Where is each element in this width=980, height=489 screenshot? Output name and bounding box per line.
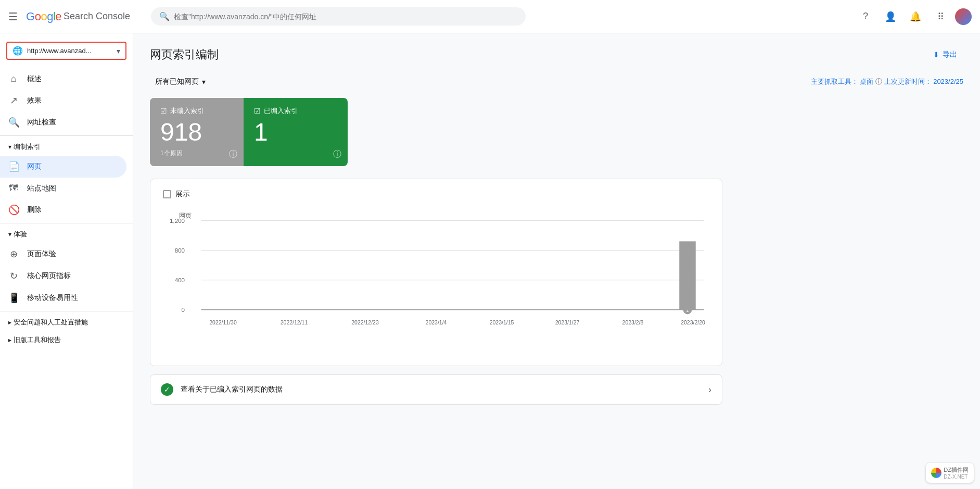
sidebar-item-page-experience-label: 页面体验 bbox=[27, 249, 56, 259]
filter-bar: 所有已知网页 ▾ 主要抓取工具： 桌面 ⓘ 上次更新时间： 2023/2/25 bbox=[150, 74, 963, 90]
svg-text:2023/1/27: 2023/1/27 bbox=[555, 319, 580, 325]
removal-icon: 🚫 bbox=[8, 204, 19, 216]
site-url: http://www.avanzad... bbox=[27, 47, 117, 55]
sidebar-item-core-vitals[interactable]: ↻ 核心网页指标 bbox=[0, 265, 126, 287]
sidebar-item-page-experience[interactable]: ⊕ 页面体验 bbox=[0, 243, 126, 265]
watermark-logo bbox=[931, 468, 941, 478]
menu-icon[interactable]: ☰ bbox=[8, 10, 18, 23]
svg-text:2023/2/8: 2023/2/8 bbox=[622, 319, 644, 325]
google-logo: Google bbox=[26, 10, 61, 23]
search-nav-icon: 🔍 bbox=[8, 117, 19, 128]
site-selector-arrow-icon: ▾ bbox=[117, 47, 120, 55]
sidebar-item-core-vitals-label: 核心网页指标 bbox=[27, 271, 71, 281]
bottom-card[interactable]: ✓ 查看关于已编入索引网页的数据 › bbox=[150, 374, 722, 405]
filter-label: 所有已知网页 bbox=[155, 77, 199, 86]
chart-bar bbox=[679, 241, 696, 309]
sidebar-item-url-inspection[interactable]: 🔍 网址检查 bbox=[0, 111, 126, 133]
legacy-expand-icon: ▸ bbox=[8, 336, 11, 344]
header-actions: ? 👤 🔔 ⠿ bbox=[855, 6, 972, 27]
search-input[interactable] bbox=[174, 12, 517, 21]
sidebar-item-sitemap[interactable]: 🗺 站点地图 bbox=[0, 178, 126, 199]
header: ☰ Google Search Console 🔍 ? 👤 🔔 ⠿ bbox=[0, 0, 980, 33]
chart-filter: 展示 bbox=[163, 190, 709, 199]
indexing-section-label: 编制索引 bbox=[14, 142, 41, 152]
sidebar-item-sitemap-label: 站点地图 bbox=[27, 184, 56, 193]
search-bar[interactable]: 🔍 bbox=[151, 7, 526, 26]
crawl-info: 主要抓取工具： 桌面 ⓘ 上次更新时间： 2023/2/25 bbox=[811, 77, 963, 86]
layout: 🌐 http://www.avanzad... ▾ ⌂ 概述 ↗ 效果 🔍 网址… bbox=[0, 33, 980, 489]
sitemap-icon: 🗺 bbox=[8, 183, 19, 194]
svg-text:0: 0 bbox=[182, 306, 185, 313]
indexed-label: 已编入索引 bbox=[264, 106, 298, 116]
svg-text:2023/2/20: 2023/2/20 bbox=[681, 319, 705, 325]
sidebar-item-performance-label: 效果 bbox=[27, 96, 42, 105]
watermark-text: DZ插件网 DZ-X.NET bbox=[944, 466, 969, 480]
export-label: 导出 bbox=[943, 50, 957, 59]
sidebar-item-mobile[interactable]: 📱 移动设备易用性 bbox=[0, 287, 126, 309]
sidebar-item-url-inspection-label: 网址检查 bbox=[27, 118, 56, 127]
indexed-header: ☑ 已编入索引 bbox=[254, 106, 335, 116]
export-icon: ⬇ bbox=[933, 51, 939, 59]
logo-area: Google Search Console bbox=[26, 10, 130, 23]
not-indexed-card[interactable]: ☑ 未编入索引 918 1个原因 ⓘ bbox=[150, 98, 244, 166]
last-updated-label: 上次更新时间： bbox=[884, 78, 932, 85]
legacy-section-label: 旧版工具和报告 bbox=[14, 335, 61, 345]
indexed-check-icon: ☑ bbox=[254, 107, 261, 115]
divider-2 bbox=[0, 223, 133, 223]
not-indexed-sub: 1个原因 bbox=[160, 149, 231, 158]
indexed-help-icon[interactable]: ⓘ bbox=[333, 149, 341, 160]
home-icon: ⌂ bbox=[8, 73, 19, 84]
filter-dropdown[interactable]: 所有已知网页 ▾ bbox=[150, 74, 211, 90]
notifications-button[interactable]: 🔔 bbox=[905, 6, 926, 27]
not-indexed-help-icon[interactable]: ⓘ bbox=[229, 149, 237, 160]
crawl-tool-help-icon[interactable]: ⓘ bbox=[875, 78, 884, 85]
help-button[interactable]: ? bbox=[855, 6, 876, 27]
not-indexed-count: 918 bbox=[160, 120, 231, 145]
search-icon: 🔍 bbox=[159, 11, 170, 21]
site-selector[interactable]: 🌐 http://www.avanzad... ▾ bbox=[6, 42, 126, 60]
indexing-section-header[interactable]: ▾ 编制索引 bbox=[0, 138, 133, 156]
svg-text:800: 800 bbox=[175, 247, 185, 254]
sidebar-item-pages-label: 网页 bbox=[27, 162, 42, 171]
experience-section-header[interactable]: ▾ 体验 bbox=[0, 225, 133, 243]
sidebar-item-pages[interactable]: 📄 网页 bbox=[0, 156, 126, 178]
bottom-card-text: 查看关于已编入索引网页的数据 bbox=[181, 385, 708, 394]
svg-text:2022/12/11: 2022/12/11 bbox=[281, 319, 308, 325]
page-title: 网页索引编制 bbox=[150, 47, 219, 62]
watermark: DZ插件网 DZ-X.NET bbox=[926, 463, 974, 483]
svg-text:1,200: 1,200 bbox=[170, 217, 185, 224]
sidebar-item-mobile-label: 移动设备易用性 bbox=[27, 293, 78, 303]
product-name: Search Console bbox=[63, 11, 130, 22]
security-section-label: 安全问题和人工处置措施 bbox=[14, 318, 88, 327]
crawl-tool-label: 主要抓取工具： bbox=[811, 78, 858, 85]
svg-text:2023/1/4: 2023/1/4 bbox=[426, 319, 447, 325]
sidebar-item-removal-label: 删除 bbox=[27, 205, 42, 215]
export-button[interactable]: ⬇ 导出 bbox=[927, 46, 963, 64]
crawl-tool-value[interactable]: 桌面 bbox=[860, 78, 873, 85]
account-button[interactable]: 👤 bbox=[880, 6, 901, 27]
bottom-card-icon: ✓ bbox=[161, 383, 173, 396]
show-label: 展示 bbox=[175, 190, 190, 199]
svg-text:2023/1/15: 2023/1/15 bbox=[490, 319, 514, 325]
not-indexed-header: ☑ 未编入索引 bbox=[160, 106, 231, 116]
security-expand-icon: ▸ bbox=[8, 319, 11, 326]
svg-text:2022/11/30: 2022/11/30 bbox=[209, 319, 237, 325]
cards-row: ☑ 未编入索引 918 1个原因 ⓘ ☑ 已编入索引 1 ⓘ bbox=[150, 98, 618, 166]
show-checkbox[interactable] bbox=[163, 190, 171, 198]
not-indexed-check-icon: ☑ bbox=[160, 107, 167, 115]
svg-text:2022/12/23: 2022/12/23 bbox=[351, 319, 379, 325]
bottom-card-arrow-icon: › bbox=[708, 384, 711, 395]
chart-svg: 网页 1,200 800 400 0 2022/11/30 2022/12/11… bbox=[163, 209, 709, 355]
apps-button[interactable]: ⠿ bbox=[930, 6, 951, 27]
legacy-section-header[interactable]: ▸ 旧版工具和报告 bbox=[0, 331, 133, 349]
divider-1 bbox=[0, 135, 133, 136]
sidebar-item-removal[interactable]: 🚫 删除 bbox=[0, 199, 126, 221]
indexed-card[interactable]: ☑ 已编入索引 1 ⓘ bbox=[244, 98, 348, 166]
avatar[interactable] bbox=[955, 8, 972, 25]
sidebar-item-performance[interactable]: ↗ 效果 bbox=[0, 90, 126, 111]
security-section-header[interactable]: ▸ 安全问题和人工处置措施 bbox=[0, 314, 133, 331]
sidebar-item-overview[interactable]: ⌂ 概述 bbox=[0, 68, 126, 90]
core-vitals-icon: ↻ bbox=[8, 270, 19, 282]
chart-section: 展示 网页 1,200 800 400 0 2022/11/30 bbox=[150, 179, 722, 366]
svg-text:400: 400 bbox=[175, 277, 185, 283]
